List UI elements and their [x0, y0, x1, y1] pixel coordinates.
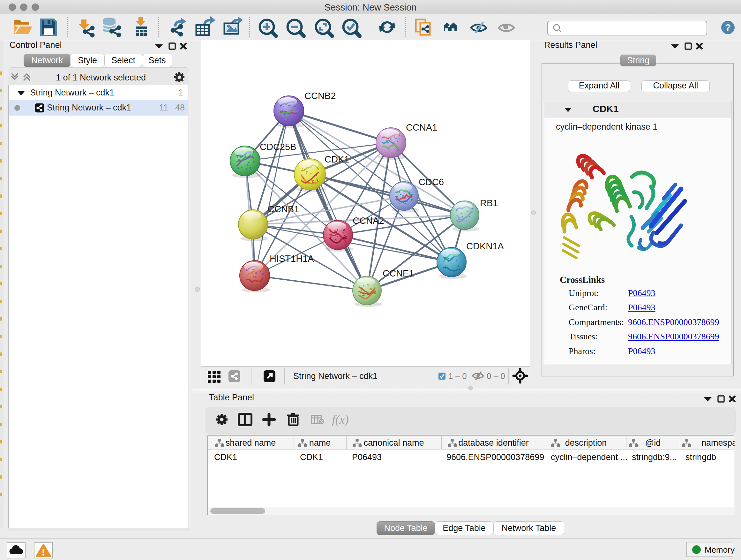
- svg-text:CCNE1: CCNE1: [383, 268, 414, 278]
- svg-text:CCNB1: CCNB1: [268, 204, 299, 214]
- svg-text:CDC25B: CDC25B: [260, 142, 296, 152]
- svg-text:HIST1H1A: HIST1H1A: [270, 253, 314, 264]
- svg-text:CDK1: CDK1: [325, 154, 349, 165]
- svg-text:CCNA2: CCNA2: [353, 215, 384, 226]
- svg-text:CCNB2: CCNB2: [305, 91, 336, 101]
- svg-text:CDKN1A: CDKN1A: [466, 241, 504, 251]
- svg-text:CDC6: CDC6: [419, 177, 444, 187]
- svg-text:CCNA1: CCNA1: [406, 122, 437, 132]
- svg-text:1 of 1 Network selected: 1 of 1 Network selected: [56, 73, 146, 82]
- svg-text:RB1: RB1: [480, 198, 498, 208]
- svg-text:f(x): f(x): [332, 413, 349, 427]
- svg-text:?: ?: [725, 22, 731, 33]
